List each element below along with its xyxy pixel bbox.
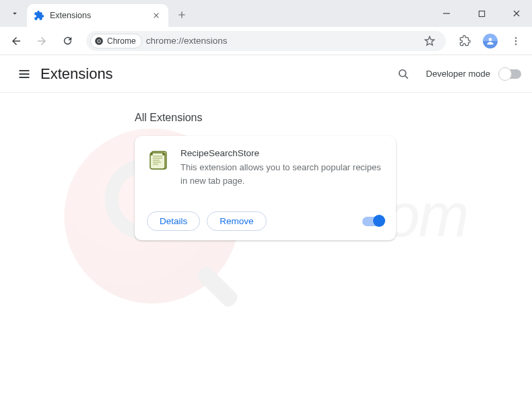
svg-point-5: [515, 37, 517, 38]
minimize-icon: [442, 9, 451, 18]
window-titlebar: Extensions: [0, 0, 532, 27]
section-title: All Extensions: [135, 112, 516, 124]
bookmark-button[interactable]: [420, 32, 439, 50]
reload-button[interactable]: [57, 30, 78, 52]
close-icon: [153, 12, 160, 19]
svg-point-4: [489, 38, 492, 41]
svg-rect-0: [479, 11, 484, 16]
maximize-button[interactable]: [470, 3, 493, 24]
reload-icon: [62, 35, 73, 46]
extension-description: This extension allows you to search popu…: [180, 161, 384, 187]
extensions-button[interactable]: [454, 30, 475, 52]
hamburger-menu-button[interactable]: [11, 61, 38, 88]
tab-title: Extensions: [50, 11, 145, 20]
svg-point-8: [399, 69, 405, 76]
remove-button[interactable]: Remove: [207, 211, 266, 231]
developer-mode-toggle[interactable]: [500, 69, 521, 79]
puzzle-icon: [34, 10, 44, 21]
dots-vertical-icon: [510, 36, 521, 46]
menu-button[interactable]: [505, 30, 527, 52]
puzzle-outline-icon: [459, 35, 471, 46]
back-button[interactable]: [5, 30, 27, 52]
arrow-back-icon: [10, 35, 22, 47]
chrome-chip-label: Chrome: [107, 36, 136, 46]
extension-icon: [147, 148, 171, 172]
profile-button[interactable]: [479, 30, 501, 52]
minimize-button[interactable]: [435, 3, 458, 24]
new-tab-button[interactable]: [172, 5, 191, 24]
arrow-forward-icon: [36, 35, 48, 47]
svg-point-12: [162, 153, 165, 156]
svg-point-11: [150, 153, 153, 156]
search-icon: [397, 67, 410, 81]
url-text: chrome://extensions: [146, 36, 416, 46]
extension-card: RecipeSearchStore This extension allows …: [135, 136, 396, 240]
svg-rect-10: [150, 153, 165, 169]
browser-toolbar: Chrome chrome://extensions: [0, 27, 532, 55]
search-extensions-button[interactable]: [390, 61, 417, 88]
extensions-content: All Extensions RecipeSearchStore This ex…: [0, 93, 532, 259]
details-button[interactable]: Details: [147, 211, 200, 231]
chrome-chip[interactable]: Chrome: [90, 34, 142, 48]
extension-name: RecipeSearchStore: [180, 148, 384, 158]
address-bar[interactable]: Chrome chrome://extensions: [86, 31, 446, 51]
browser-tab[interactable]: Extensions: [27, 4, 168, 27]
close-icon: [512, 9, 521, 18]
chevron-down-icon: [10, 9, 20, 18]
maximize-icon: [478, 10, 486, 18]
forward-button[interactable]: [31, 30, 53, 52]
avatar-icon: [483, 34, 498, 48]
chrome-icon: [94, 36, 104, 46]
plus-icon: [177, 10, 187, 20]
window-controls: [435, 0, 528, 27]
tab-close-button[interactable]: [151, 10, 162, 21]
developer-mode-label: Developer mode: [426, 69, 490, 79]
svg-point-3: [98, 40, 100, 42]
hamburger-icon: [18, 67, 31, 81]
extension-enable-toggle[interactable]: [362, 217, 384, 226]
close-window-button[interactable]: [505, 3, 528, 24]
tab-search-dropdown[interactable]: [5, 4, 24, 23]
star-icon: [424, 35, 436, 47]
svg-point-7: [515, 43, 517, 44]
svg-point-6: [515, 40, 517, 41]
page-title: Extensions: [40, 65, 113, 83]
extensions-header: Extensions Developer mode: [0, 55, 532, 93]
